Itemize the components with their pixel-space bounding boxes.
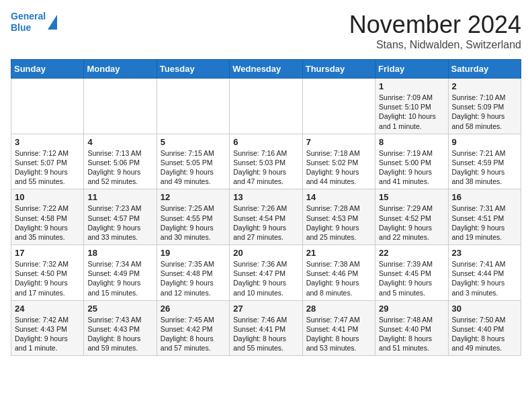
logo-text: GeneralBlue xyxy=(11,11,46,34)
day-number: 24 xyxy=(15,304,80,314)
day-number: 1 xyxy=(379,81,444,91)
calendar-cell: 20Sunrise: 7:36 AM Sunset: 4:47 PM Dayli… xyxy=(230,245,302,301)
page-header: GeneralBlue November 2024 Stans, Nidwald… xyxy=(11,11,521,51)
day-number: 20 xyxy=(233,248,298,258)
calendar-cell: 18Sunrise: 7:34 AM Sunset: 4:49 PM Dayli… xyxy=(84,245,157,301)
day-number: 16 xyxy=(452,192,517,202)
day-info: Sunrise: 7:16 AM Sunset: 5:03 PM Dayligh… xyxy=(233,148,298,187)
day-info: Sunrise: 7:41 AM Sunset: 4:44 PM Dayligh… xyxy=(452,259,517,298)
day-info: Sunrise: 7:09 AM Sunset: 5:10 PM Dayligh… xyxy=(379,93,444,131)
day-info: Sunrise: 7:22 AM Sunset: 4:58 PM Dayligh… xyxy=(15,203,80,242)
day-number: 3 xyxy=(15,137,80,147)
title-area: November 2024 Stans, Nidwalden, Switzerl… xyxy=(349,11,521,51)
day-number: 25 xyxy=(87,304,152,314)
day-number: 2 xyxy=(452,81,517,91)
calendar-cell: 16Sunrise: 7:31 AM Sunset: 4:51 PM Dayli… xyxy=(448,189,521,245)
calendar-cell: 22Sunrise: 7:39 AM Sunset: 4:45 PM Dayli… xyxy=(375,245,448,301)
calendar-cell: 10Sunrise: 7:22 AM Sunset: 4:58 PM Dayli… xyxy=(11,189,84,245)
calendar-cell: 11Sunrise: 7:23 AM Sunset: 4:57 PM Dayli… xyxy=(84,189,157,245)
calendar-week-row: 3Sunrise: 7:12 AM Sunset: 5:07 PM Daylig… xyxy=(11,134,521,189)
calendar-cell: 14Sunrise: 7:28 AM Sunset: 4:53 PM Dayli… xyxy=(302,189,375,245)
day-info: Sunrise: 7:19 AM Sunset: 5:00 PM Dayligh… xyxy=(379,148,444,187)
weekday-header-thursday: Thursday xyxy=(302,60,375,79)
calendar-cell: 15Sunrise: 7:29 AM Sunset: 4:52 PM Dayli… xyxy=(375,189,448,245)
day-info: Sunrise: 7:35 AM Sunset: 4:48 PM Dayligh… xyxy=(161,259,226,298)
calendar-cell: 13Sunrise: 7:26 AM Sunset: 4:54 PM Dayli… xyxy=(230,189,302,245)
day-number: 22 xyxy=(379,248,444,258)
day-info: Sunrise: 7:12 AM Sunset: 5:07 PM Dayligh… xyxy=(15,148,80,187)
day-number: 7 xyxy=(306,137,371,147)
day-info: Sunrise: 7:42 AM Sunset: 4:43 PM Dayligh… xyxy=(15,315,80,353)
day-number: 17 xyxy=(15,248,80,258)
day-info: Sunrise: 7:10 AM Sunset: 5:09 PM Dayligh… xyxy=(452,93,517,131)
day-info: Sunrise: 7:38 AM Sunset: 4:46 PM Dayligh… xyxy=(306,259,371,298)
day-number: 4 xyxy=(87,137,152,147)
day-number: 19 xyxy=(161,248,226,258)
day-info: Sunrise: 7:23 AM Sunset: 4:57 PM Dayligh… xyxy=(87,203,152,242)
calendar-cell: 4Sunrise: 7:13 AM Sunset: 5:06 PM Daylig… xyxy=(84,134,157,189)
day-number: 27 xyxy=(233,304,298,314)
day-number: 29 xyxy=(379,304,444,314)
day-info: Sunrise: 7:45 AM Sunset: 4:42 PM Dayligh… xyxy=(161,315,226,353)
calendar-week-row: 24Sunrise: 7:42 AM Sunset: 4:43 PM Dayli… xyxy=(11,300,521,356)
day-info: Sunrise: 7:25 AM Sunset: 4:55 PM Dayligh… xyxy=(161,203,226,242)
calendar-cell: 17Sunrise: 7:32 AM Sunset: 4:50 PM Dayli… xyxy=(11,245,84,301)
day-number: 23 xyxy=(452,248,517,258)
day-info: Sunrise: 7:13 AM Sunset: 5:06 PM Dayligh… xyxy=(87,148,152,187)
calendar-cell: 21Sunrise: 7:38 AM Sunset: 4:46 PM Dayli… xyxy=(302,245,375,301)
weekday-header-sunday: Sunday xyxy=(11,60,84,79)
day-number: 6 xyxy=(233,137,298,147)
day-info: Sunrise: 7:47 AM Sunset: 4:41 PM Dayligh… xyxy=(306,315,371,353)
day-info: Sunrise: 7:39 AM Sunset: 4:45 PM Dayligh… xyxy=(379,259,444,298)
calendar-cell xyxy=(230,79,302,134)
calendar-table: SundayMondayTuesdayWednesdayThursdayFrid… xyxy=(11,59,521,356)
calendar-cell: 1Sunrise: 7:09 AM Sunset: 5:10 PM Daylig… xyxy=(375,79,448,134)
calendar-week-row: 17Sunrise: 7:32 AM Sunset: 4:50 PM Dayli… xyxy=(11,245,521,301)
calendar-cell xyxy=(302,79,375,134)
day-info: Sunrise: 7:50 AM Sunset: 4:40 PM Dayligh… xyxy=(452,315,517,353)
calendar-cell: 7Sunrise: 7:18 AM Sunset: 5:02 PM Daylig… xyxy=(302,134,375,189)
day-number: 13 xyxy=(233,192,298,202)
calendar-cell xyxy=(84,79,157,134)
calendar-cell xyxy=(157,79,229,134)
calendar-cell: 12Sunrise: 7:25 AM Sunset: 4:55 PM Dayli… xyxy=(157,189,229,245)
weekday-header-saturday: Saturday xyxy=(448,60,521,79)
day-info: Sunrise: 7:28 AM Sunset: 4:53 PM Dayligh… xyxy=(306,203,371,242)
calendar-cell: 2Sunrise: 7:10 AM Sunset: 5:09 PM Daylig… xyxy=(448,79,521,134)
day-number: 18 xyxy=(87,248,152,258)
day-number: 26 xyxy=(161,304,226,314)
calendar-cell: 28Sunrise: 7:47 AM Sunset: 4:41 PM Dayli… xyxy=(302,300,375,356)
calendar-cell: 3Sunrise: 7:12 AM Sunset: 5:07 PM Daylig… xyxy=(11,134,84,189)
calendar-cell xyxy=(11,79,84,134)
day-info: Sunrise: 7:43 AM Sunset: 4:43 PM Dayligh… xyxy=(87,315,152,353)
logo-triangle-icon xyxy=(48,15,57,30)
day-number: 12 xyxy=(161,192,226,202)
calendar-cell: 19Sunrise: 7:35 AM Sunset: 4:48 PM Dayli… xyxy=(157,245,229,301)
day-number: 8 xyxy=(379,137,444,147)
weekday-header-tuesday: Tuesday xyxy=(157,60,229,79)
day-info: Sunrise: 7:31 AM Sunset: 4:51 PM Dayligh… xyxy=(452,203,517,242)
day-info: Sunrise: 7:21 AM Sunset: 4:59 PM Dayligh… xyxy=(452,148,517,187)
month-title: November 2024 xyxy=(349,11,521,39)
day-info: Sunrise: 7:29 AM Sunset: 4:52 PM Dayligh… xyxy=(379,203,444,242)
day-info: Sunrise: 7:36 AM Sunset: 4:47 PM Dayligh… xyxy=(233,259,298,298)
weekday-header-friday: Friday xyxy=(375,60,448,79)
location-subtitle: Stans, Nidwalden, Switzerland xyxy=(349,39,521,51)
day-number: 9 xyxy=(452,137,517,147)
day-info: Sunrise: 7:15 AM Sunset: 5:05 PM Dayligh… xyxy=(161,148,226,187)
day-number: 10 xyxy=(15,192,80,202)
day-number: 5 xyxy=(161,137,226,147)
day-info: Sunrise: 7:46 AM Sunset: 4:41 PM Dayligh… xyxy=(233,315,298,353)
calendar-cell: 9Sunrise: 7:21 AM Sunset: 4:59 PM Daylig… xyxy=(448,134,521,189)
day-info: Sunrise: 7:26 AM Sunset: 4:54 PM Dayligh… xyxy=(233,203,298,242)
calendar-cell: 5Sunrise: 7:15 AM Sunset: 5:05 PM Daylig… xyxy=(157,134,229,189)
day-number: 11 xyxy=(87,192,152,202)
day-info: Sunrise: 7:18 AM Sunset: 5:02 PM Dayligh… xyxy=(306,148,371,187)
calendar-cell: 6Sunrise: 7:16 AM Sunset: 5:03 PM Daylig… xyxy=(230,134,302,189)
weekday-header-row: SundayMondayTuesdayWednesdayThursdayFrid… xyxy=(11,60,521,79)
calendar-cell: 29Sunrise: 7:48 AM Sunset: 4:40 PM Dayli… xyxy=(375,300,448,356)
weekday-header-monday: Monday xyxy=(84,60,157,79)
calendar-cell: 26Sunrise: 7:45 AM Sunset: 4:42 PM Dayli… xyxy=(157,300,229,356)
day-info: Sunrise: 7:48 AM Sunset: 4:40 PM Dayligh… xyxy=(379,315,444,353)
day-number: 14 xyxy=(306,192,371,202)
